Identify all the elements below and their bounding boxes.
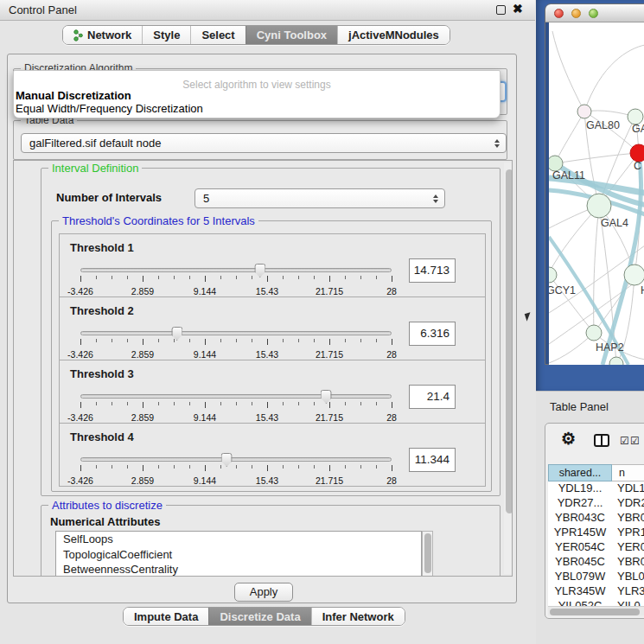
threshold-value-box[interactable]: 11.344: [409, 448, 456, 472]
GCY1-node[interactable]: [549, 267, 557, 283]
node-label: HAP2: [596, 341, 624, 354]
tab-select[interactable]: Select: [190, 26, 245, 44]
network-edge[interactable]: [584, 45, 644, 112]
scrollbar-thumb[interactable]: [506, 169, 513, 513]
table-row[interactable]: YER054CYER0: [548, 540, 644, 555]
list-item[interactable]: TopologicalCoefficient: [56, 547, 421, 563]
num-intervals-combobox[interactable]: 5: [194, 188, 445, 208]
table-data-combobox[interactable]: galFiltered.sif default node: [21, 133, 507, 153]
table-row[interactable]: YDL19...YDL1: [548, 481, 644, 496]
algorithm-dropdown-popup: Select algorithm to view settings Manual…: [13, 70, 501, 118]
threshold-value-box[interactable]: 14.713: [409, 258, 456, 283]
column-header[interactable]: shared...: [548, 464, 612, 481]
list-item[interactable]: BetweennessCentrality: [56, 562, 421, 577]
table-data-group: Table Data galFiltered.sif default node: [13, 120, 507, 160]
tab-style[interactable]: Style: [142, 26, 190, 44]
table-row[interactable]: YDR27...YDR2: [548, 496, 644, 511]
slider-tick-labels: -3.4262.8599.14415.4321.71528: [80, 412, 392, 423]
scrollbar-thumb[interactable]: [424, 533, 431, 573]
node[interactable]: [609, 357, 623, 365]
cell[interactable]: YIL0: [612, 599, 644, 606]
network-window-titlebar[interactable]: [545, 4, 644, 22]
table-row[interactable]: YBR045CYBR0: [548, 555, 644, 570]
HAP2-node[interactable]: [586, 325, 602, 341]
tab-jactivemnodules[interactable]: jActiveMNodules: [337, 26, 450, 44]
numerical-attributes-list[interactable]: SelfLoops TopologicalCoefficient Between…: [55, 531, 422, 577]
cell[interactable]: YBL079W: [548, 570, 612, 584]
threshold-value-box[interactable]: 6.316: [409, 322, 456, 346]
GAL80-node[interactable]: [577, 105, 591, 118]
threshold-label: Threshold 2: [70, 304, 134, 317]
table-row[interactable]: YBL079WYBL0: [548, 570, 644, 584]
slider-ticks: [80, 402, 392, 409]
cell[interactable]: YDL1: [612, 481, 644, 496]
scrollbar-thumb[interactable]: [550, 609, 640, 615]
network-edge[interactable]: [552, 31, 584, 112]
gear-icon[interactable]: ⚙: [561, 429, 576, 449]
panel-vertical-scrollbar[interactable]: [504, 163, 513, 574]
network-edge[interactable]: [555, 112, 584, 163]
cell[interactable]: YBR043C: [548, 511, 612, 526]
red-node[interactable]: [630, 144, 644, 162]
table-horizontal-scrollbar[interactable]: [548, 606, 644, 615]
table-row[interactable]: YBR043CYBR0: [548, 511, 644, 526]
cell[interactable]: YIL052C: [548, 599, 612, 606]
network-window-frame: GAL80GACGAL11GAL4GCY1HHAP2: [536, 0, 644, 391]
slider-track[interactable]: [80, 394, 392, 399]
dropdown-option-manual[interactable]: Manual Discretization: [16, 89, 131, 102]
slider-track[interactable]: [80, 331, 392, 335]
network-window: GAL80GACGAL11GAL4GCY1HHAP2: [545, 3, 644, 365]
cell[interactable]: YER0: [612, 540, 644, 555]
cell[interactable]: YBL0: [612, 570, 644, 584]
num-intervals-label: Number of Intervals: [56, 191, 162, 204]
cell[interactable]: YDL19...: [548, 481, 612, 496]
list-item[interactable]: SelfLoops: [56, 532, 421, 547]
slider-track[interactable]: [80, 457, 392, 462]
top-tab-bar: Network Style Select Cyni Toolbox jActiv…: [62, 25, 450, 45]
close-traffic-light-icon[interactable]: [554, 9, 564, 18]
cell[interactable]: YLR345W: [548, 584, 612, 599]
close-icon[interactable]: ✖: [513, 2, 523, 16]
float-window-icon[interactable]: [496, 5, 506, 15]
table-panel-titlebar: Table Panel: [536, 391, 644, 420]
thresholds-list: Threshold 1 -3.4262.8599.14415.4321.7152…: [59, 233, 486, 487]
cell[interactable]: YLR3: [612, 584, 644, 599]
network-canvas[interactable]: GAL80GACGAL11GAL4GCY1HHAP2: [549, 22, 644, 365]
table-header-row: shared... n: [548, 464, 644, 481]
tab-network[interactable]: Network: [63, 26, 142, 44]
threshold-value-box[interactable]: 21.4: [409, 385, 456, 409]
node[interactable]: [624, 265, 644, 285]
control-panel: Control Panel ✖ Network Style Select Cyn…: [0, 0, 535, 644]
split-columns-icon[interactable]: [594, 434, 609, 447]
settings-scroll-area: Interval Definition Number of Intervals …: [13, 160, 513, 577]
tab-cyni-toolbox[interactable]: Cyni Toolbox: [245, 26, 337, 44]
table-row[interactable]: YPR145WYPR1: [548, 526, 644, 540]
zoom-traffic-light-icon[interactable]: [589, 9, 598, 18]
dropdown-option-equal-width[interactable]: Equal Width/Frequency Discretization: [16, 102, 203, 115]
attributes-list-scrollbar[interactable]: [422, 531, 433, 577]
apply-button[interactable]: Apply: [234, 583, 293, 602]
column-header[interactable]: n: [612, 464, 644, 481]
GAL4-node[interactable]: [587, 194, 611, 218]
cell[interactable]: YBR045C: [548, 555, 612, 570]
cell[interactable]: YBR0: [612, 555, 644, 570]
node-label: GAL11: [552, 169, 585, 182]
cell[interactable]: YBR0: [612, 511, 644, 526]
cell[interactable]: YER054C: [548, 540, 612, 555]
slider-track[interactable]: [80, 268, 392, 272]
tab-infer-network[interactable]: Infer Network: [311, 608, 405, 625]
slider-ticks: [80, 276, 392, 283]
cell[interactable]: YPR1: [612, 526, 644, 540]
network-edge[interactable]: [555, 153, 639, 163]
minimize-traffic-light-icon[interactable]: [571, 9, 581, 18]
table-row[interactable]: YIL052CYIL0: [548, 599, 644, 606]
table-row[interactable]: YLR345WYLR3: [548, 584, 644, 599]
cell[interactable]: YPR145W: [548, 526, 612, 540]
tab-discretize-data[interactable]: Discretize Data: [208, 608, 310, 625]
cell[interactable]: YDR2: [612, 496, 644, 511]
checkbox-icon[interactable]: ☑: [630, 435, 640, 447]
table-body: YDL19...YDL1 YDR27...YDR2 YBR043CYBR0 YP…: [548, 481, 644, 606]
tab-impute-data[interactable]: Impute Data: [124, 608, 208, 625]
cell[interactable]: YDR27...: [548, 496, 612, 511]
checkbox-icon[interactable]: ☑: [620, 435, 629, 447]
